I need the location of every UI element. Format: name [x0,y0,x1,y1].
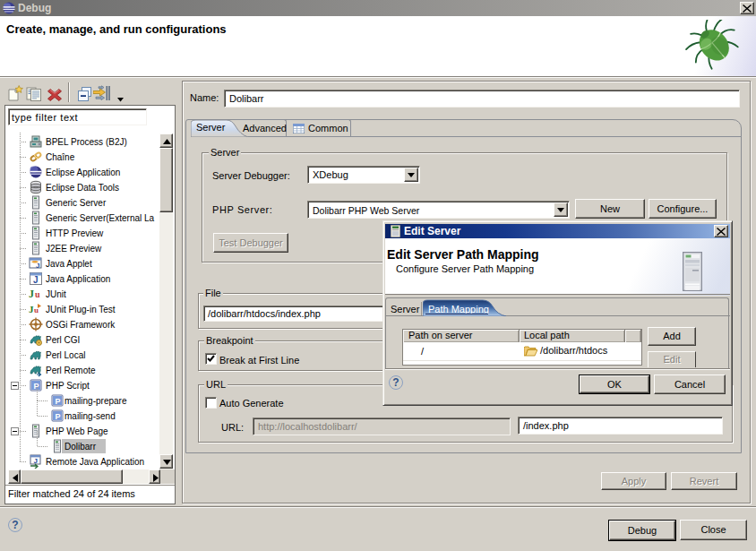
svg-text:J: J [34,457,38,465]
svg-text:J: J [33,275,39,285]
svg-text:J: J [36,262,39,270]
svg-text:P: P [56,397,61,406]
svg-text:u: u [35,289,40,299]
svg-text:J: J [29,288,34,300]
svg-text:P: P [56,412,61,421]
